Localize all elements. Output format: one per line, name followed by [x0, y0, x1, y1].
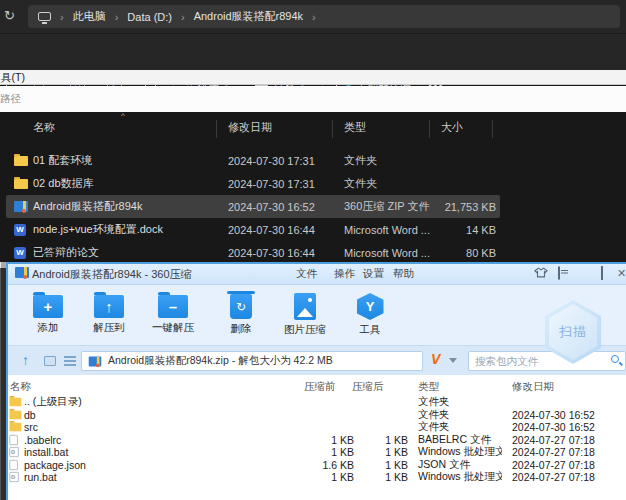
column-header-size[interactable]: 大小 — [441, 120, 463, 135]
zip-file-row[interactable]: run.bat1 KB1 KBWindows 批处理文件2024-07-27 0… — [6, 471, 626, 484]
zip-column-name[interactable]: 名称 — [10, 380, 31, 394]
chevron-right-icon: › — [181, 11, 185, 23]
zip-app-icon — [15, 267, 29, 278]
file-date: 2024-07-27 07:18 — [502, 471, 622, 483]
window-border — [6, 262, 8, 500]
file-date: 2024-07-30 16:52 — [502, 421, 622, 433]
breadcrumb-current-folder[interactable]: Android服装搭配r894k — [194, 9, 303, 24]
file-name: Android服装搭配r894k — [33, 199, 228, 214]
folder-minus-button[interactable]: –一键解压 — [142, 291, 204, 343]
file-name: .. (上级目录) — [24, 395, 284, 409]
tools-hexagon-icon: Y — [357, 293, 384, 320]
list-view-button[interactable] — [64, 356, 76, 366]
toolbar-button-label: 解压到 — [93, 321, 125, 335]
size-after: 1 KB — [354, 471, 408, 483]
breadcrumb-drive-d[interactable]: Data (D:) — [127, 11, 172, 23]
refresh-icon[interactable]: ↻ — [4, 8, 15, 23]
file-type: 文件夹 — [344, 176, 440, 191]
zip-column-date[interactable]: 修改日期 — [512, 380, 554, 394]
archive-path-box[interactable]: Android服装搭配r894k.zip - 解包大小为 42.2 MB — [81, 351, 423, 371]
background-dialog-path-fragment: 路径 — [0, 86, 626, 112]
v-logo-icon[interactable]: V — [431, 351, 440, 367]
file-date: 2024-07-27 07:18 — [502, 459, 622, 471]
dropdown-caret-icon[interactable] — [449, 358, 457, 363]
skin-button[interactable] — [534, 267, 548, 281]
zip-file-row[interactable]: db文件夹2024-07-30 16:52 — [6, 409, 626, 422]
file-type: Microsoft Word ... — [344, 224, 440, 236]
file-name: node.js+vue环境配置.dock — [33, 222, 228, 237]
tools-hexagon-button[interactable]: Y工具 — [339, 291, 401, 343]
folder-up-icon: ↑ — [94, 295, 124, 318]
explorer-file-row[interactable]: W已答辩的论文2024-07-30 16:44Microsoft Word ..… — [6, 241, 500, 262]
file-name: run.bat — [24, 471, 284, 483]
file-name: 01 配套环境 — [33, 153, 228, 168]
zip-title-bar[interactable]: Android服装搭配r894k - 360压缩 文件操作设置帮助 ✕ — [6, 262, 626, 285]
size-after: 1 KB — [354, 459, 408, 471]
file-date: 2024-07-27 07:18 — [502, 446, 622, 458]
explorer-file-row[interactable]: Wnode.js+vue环境配置.dock2024-07-30 16:44Mic… — [6, 218, 500, 241]
file-icon — [6, 460, 21, 470]
explorer-rows: 01 配套环境2024-07-30 17:31文件夹02 db数据库2024-0… — [6, 149, 500, 262]
column-divider[interactable] — [216, 120, 217, 138]
toolbar-button-label: 图片压缩 — [284, 323, 326, 337]
up-directory-button[interactable]: ↑ — [22, 352, 29, 368]
bat-icon — [6, 447, 21, 457]
breadcrumb-this-pc[interactable]: 此电脑 — [73, 9, 106, 24]
column-header-name[interactable]: 名称 — [33, 120, 55, 135]
column-divider[interactable] — [492, 120, 493, 138]
size-after: 1 KB — [354, 446, 408, 458]
explorer-file-row[interactable]: 02 db数据库2024-07-30 17:31文件夹 — [6, 172, 500, 195]
zip-file-row[interactable]: .. (上级目录)文件夹 — [6, 396, 626, 409]
zip-column-after[interactable]: 压缩后 — [352, 380, 384, 394]
icon-view-button[interactable] — [44, 356, 56, 366]
zip-column-type[interactable]: 类型 — [418, 380, 439, 394]
file-size: 21,753 KB — [440, 201, 496, 213]
maximize-button[interactable] — [601, 267, 603, 280]
file-name: package.json — [24, 459, 284, 471]
toolbar-button-label: 删除 — [231, 322, 252, 336]
chevron-right-icon: › — [115, 11, 119, 23]
zip-file-row[interactable]: .babelrc1 KB1 KBBABELRC 文件2024-07-27 07:… — [6, 434, 626, 447]
column-header-date[interactable]: 修改日期 — [228, 120, 272, 135]
archive-search-box[interactable] — [468, 351, 626, 371]
file-size: 14 KB — [440, 224, 496, 236]
file-date: 2024-07-30 16:52 — [228, 201, 344, 213]
word-icon: W — [6, 224, 33, 236]
menu-item-0[interactable]: 文件 — [296, 267, 317, 281]
zip-app-window: Android服装搭配r894k - 360压缩 文件操作设置帮助 ✕ +添加↑… — [6, 262, 626, 500]
size-before: 1 KB — [284, 446, 354, 458]
column-divider[interactable] — [429, 120, 430, 138]
zip-file-row[interactable]: package.json1.6 KB1 KBJSON 文件2024-07-27 … — [6, 459, 626, 472]
menu-item-1[interactable]: 操作 — [334, 267, 355, 281]
toolbar-button-label: 添加 — [38, 321, 59, 335]
scan-hexagon-icon: 扫描 — [549, 304, 597, 360]
zip-address-row: ↑ Android服装搭配r894k.zip - 解包大小为 42.2 MB V — [6, 345, 626, 375]
search-icon[interactable] — [611, 355, 619, 363]
trash-button[interactable]: ↻删除 — [210, 291, 272, 343]
menu-item-2[interactable]: 设置 — [363, 267, 384, 281]
zip-icon — [6, 201, 33, 212]
maximize-icon — [601, 266, 603, 280]
file-size: 80 KB — [440, 247, 496, 259]
file-name: .babelrc — [24, 434, 284, 446]
file-icon — [6, 435, 21, 445]
folder-icon — [6, 156, 33, 166]
column-header-type[interactable]: 类型 — [344, 120, 366, 135]
folder-plus-icon: + — [33, 295, 63, 318]
zip-column-before[interactable]: 压缩前 — [304, 380, 336, 394]
explorer-file-row[interactable]: Android服装搭配r894k2024-07-30 16:52360压缩 ZI… — [6, 195, 500, 218]
toolbar-button-label: 工具 — [360, 323, 381, 337]
zip-file-row[interactable]: src文件夹2024-07-30 16:52 — [6, 421, 626, 434]
folder-minus-icon: – — [158, 295, 188, 318]
explorer-file-row[interactable]: 01 配套环境2024-07-30 17:31文件夹 — [6, 149, 500, 172]
feedback-button[interactable] — [558, 267, 560, 280]
zip-file-row[interactable]: install.bat1 KB1 KBWindows 批处理文件2024-07-… — [6, 446, 626, 459]
image-compress-button[interactable]: 图片压缩 — [274, 291, 336, 343]
column-divider[interactable] — [332, 120, 333, 138]
breadcrumb[interactable]: › 此电脑 › Data (D:) › Android服装搭配r894k › — [28, 5, 620, 28]
file-date: 2024-07-30 17:31 — [228, 155, 344, 167]
folder-up-button[interactable]: ↑解压到 — [78, 291, 140, 343]
folder-plus-button[interactable]: +添加 — [17, 291, 79, 343]
close-button[interactable]: ✕ — [617, 267, 626, 280]
menu-item-3[interactable]: 帮助 — [393, 267, 414, 281]
